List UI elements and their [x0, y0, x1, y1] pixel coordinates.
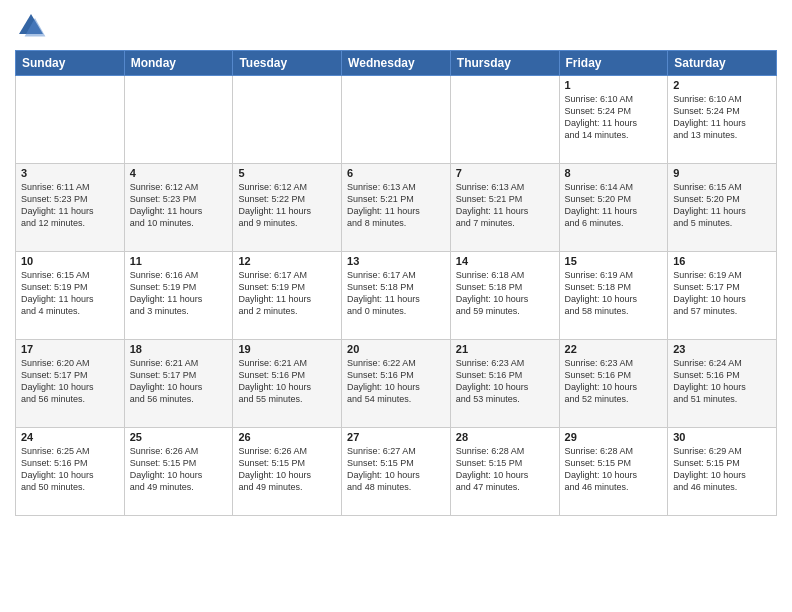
- day-info: Sunrise: 6:28 AM Sunset: 5:15 PM Dayligh…: [456, 445, 554, 494]
- day-info: Sunrise: 6:27 AM Sunset: 5:15 PM Dayligh…: [347, 445, 445, 494]
- day-info: Sunrise: 6:12 AM Sunset: 5:22 PM Dayligh…: [238, 181, 336, 230]
- calendar-cell: [450, 76, 559, 164]
- calendar-week-2: 10Sunrise: 6:15 AM Sunset: 5:19 PM Dayli…: [16, 252, 777, 340]
- day-number: 8: [565, 167, 663, 179]
- day-info: Sunrise: 6:17 AM Sunset: 5:19 PM Dayligh…: [238, 269, 336, 318]
- day-number: 18: [130, 343, 228, 355]
- day-number: 17: [21, 343, 119, 355]
- weekday-header-thursday: Thursday: [450, 51, 559, 76]
- day-number: 6: [347, 167, 445, 179]
- calendar-cell: [233, 76, 342, 164]
- day-number: 19: [238, 343, 336, 355]
- day-number: 9: [673, 167, 771, 179]
- day-number: 1: [565, 79, 663, 91]
- day-info: Sunrise: 6:24 AM Sunset: 5:16 PM Dayligh…: [673, 357, 771, 406]
- calendar-cell: 17Sunrise: 6:20 AM Sunset: 5:17 PM Dayli…: [16, 340, 125, 428]
- day-number: 29: [565, 431, 663, 443]
- day-info: Sunrise: 6:18 AM Sunset: 5:18 PM Dayligh…: [456, 269, 554, 318]
- day-info: Sunrise: 6:23 AM Sunset: 5:16 PM Dayligh…: [565, 357, 663, 406]
- calendar-cell: 7Sunrise: 6:13 AM Sunset: 5:21 PM Daylig…: [450, 164, 559, 252]
- calendar-week-4: 24Sunrise: 6:25 AM Sunset: 5:16 PM Dayli…: [16, 428, 777, 516]
- calendar-cell: 25Sunrise: 6:26 AM Sunset: 5:15 PM Dayli…: [124, 428, 233, 516]
- calendar-cell: 15Sunrise: 6:19 AM Sunset: 5:18 PM Dayli…: [559, 252, 668, 340]
- weekday-header-sunday: Sunday: [16, 51, 125, 76]
- logo: [15, 10, 51, 42]
- calendar-cell: 10Sunrise: 6:15 AM Sunset: 5:19 PM Dayli…: [16, 252, 125, 340]
- calendar-cell: 13Sunrise: 6:17 AM Sunset: 5:18 PM Dayli…: [342, 252, 451, 340]
- day-number: 28: [456, 431, 554, 443]
- calendar-cell: 29Sunrise: 6:28 AM Sunset: 5:15 PM Dayli…: [559, 428, 668, 516]
- calendar-cell: 3Sunrise: 6:11 AM Sunset: 5:23 PM Daylig…: [16, 164, 125, 252]
- calendar-table: SundayMondayTuesdayWednesdayThursdayFrid…: [15, 50, 777, 516]
- calendar-week-3: 17Sunrise: 6:20 AM Sunset: 5:17 PM Dayli…: [16, 340, 777, 428]
- calendar-cell: 11Sunrise: 6:16 AM Sunset: 5:19 PM Dayli…: [124, 252, 233, 340]
- day-number: 5: [238, 167, 336, 179]
- calendar-cell: 19Sunrise: 6:21 AM Sunset: 5:16 PM Dayli…: [233, 340, 342, 428]
- day-info: Sunrise: 6:19 AM Sunset: 5:17 PM Dayligh…: [673, 269, 771, 318]
- day-info: Sunrise: 6:15 AM Sunset: 5:20 PM Dayligh…: [673, 181, 771, 230]
- calendar-cell: 22Sunrise: 6:23 AM Sunset: 5:16 PM Dayli…: [559, 340, 668, 428]
- day-info: Sunrise: 6:10 AM Sunset: 5:24 PM Dayligh…: [673, 93, 771, 142]
- day-number: 11: [130, 255, 228, 267]
- day-number: 2: [673, 79, 771, 91]
- calendar-week-0: 1Sunrise: 6:10 AM Sunset: 5:24 PM Daylig…: [16, 76, 777, 164]
- day-number: 20: [347, 343, 445, 355]
- day-info: Sunrise: 6:10 AM Sunset: 5:24 PM Dayligh…: [565, 93, 663, 142]
- day-number: 13: [347, 255, 445, 267]
- day-number: 15: [565, 255, 663, 267]
- weekday-header-saturday: Saturday: [668, 51, 777, 76]
- day-info: Sunrise: 6:16 AM Sunset: 5:19 PM Dayligh…: [130, 269, 228, 318]
- day-number: 12: [238, 255, 336, 267]
- day-info: Sunrise: 6:20 AM Sunset: 5:17 PM Dayligh…: [21, 357, 119, 406]
- calendar-cell: 27Sunrise: 6:27 AM Sunset: 5:15 PM Dayli…: [342, 428, 451, 516]
- day-info: Sunrise: 6:22 AM Sunset: 5:16 PM Dayligh…: [347, 357, 445, 406]
- day-info: Sunrise: 6:23 AM Sunset: 5:16 PM Dayligh…: [456, 357, 554, 406]
- weekday-header-friday: Friday: [559, 51, 668, 76]
- day-info: Sunrise: 6:19 AM Sunset: 5:18 PM Dayligh…: [565, 269, 663, 318]
- day-number: 14: [456, 255, 554, 267]
- calendar-cell: 8Sunrise: 6:14 AM Sunset: 5:20 PM Daylig…: [559, 164, 668, 252]
- day-info: Sunrise: 6:13 AM Sunset: 5:21 PM Dayligh…: [347, 181, 445, 230]
- weekday-header-wednesday: Wednesday: [342, 51, 451, 76]
- day-info: Sunrise: 6:15 AM Sunset: 5:19 PM Dayligh…: [21, 269, 119, 318]
- day-number: 16: [673, 255, 771, 267]
- calendar-cell: 20Sunrise: 6:22 AM Sunset: 5:16 PM Dayli…: [342, 340, 451, 428]
- day-info: Sunrise: 6:17 AM Sunset: 5:18 PM Dayligh…: [347, 269, 445, 318]
- day-number: 26: [238, 431, 336, 443]
- calendar-cell: 9Sunrise: 6:15 AM Sunset: 5:20 PM Daylig…: [668, 164, 777, 252]
- calendar-cell: 14Sunrise: 6:18 AM Sunset: 5:18 PM Dayli…: [450, 252, 559, 340]
- day-number: 3: [21, 167, 119, 179]
- day-number: 30: [673, 431, 771, 443]
- day-number: 10: [21, 255, 119, 267]
- calendar-cell: 4Sunrise: 6:12 AM Sunset: 5:23 PM Daylig…: [124, 164, 233, 252]
- day-number: 21: [456, 343, 554, 355]
- day-info: Sunrise: 6:21 AM Sunset: 5:17 PM Dayligh…: [130, 357, 228, 406]
- day-info: Sunrise: 6:26 AM Sunset: 5:15 PM Dayligh…: [238, 445, 336, 494]
- calendar-cell: 30Sunrise: 6:29 AM Sunset: 5:15 PM Dayli…: [668, 428, 777, 516]
- calendar-cell: 12Sunrise: 6:17 AM Sunset: 5:19 PM Dayli…: [233, 252, 342, 340]
- calendar-cell: 24Sunrise: 6:25 AM Sunset: 5:16 PM Dayli…: [16, 428, 125, 516]
- calendar-cell: 21Sunrise: 6:23 AM Sunset: 5:16 PM Dayli…: [450, 340, 559, 428]
- calendar-cell: 1Sunrise: 6:10 AM Sunset: 5:24 PM Daylig…: [559, 76, 668, 164]
- calendar-cell: 23Sunrise: 6:24 AM Sunset: 5:16 PM Dayli…: [668, 340, 777, 428]
- calendar-cell: [16, 76, 125, 164]
- day-info: Sunrise: 6:21 AM Sunset: 5:16 PM Dayligh…: [238, 357, 336, 406]
- weekday-header-monday: Monday: [124, 51, 233, 76]
- calendar-cell: 5Sunrise: 6:12 AM Sunset: 5:22 PM Daylig…: [233, 164, 342, 252]
- logo-icon: [15, 10, 47, 42]
- calendar-cell: 6Sunrise: 6:13 AM Sunset: 5:21 PM Daylig…: [342, 164, 451, 252]
- day-number: 22: [565, 343, 663, 355]
- day-number: 25: [130, 431, 228, 443]
- calendar-cell: 2Sunrise: 6:10 AM Sunset: 5:24 PM Daylig…: [668, 76, 777, 164]
- calendar-cell: [124, 76, 233, 164]
- day-number: 4: [130, 167, 228, 179]
- weekday-header-row: SundayMondayTuesdayWednesdayThursdayFrid…: [16, 51, 777, 76]
- day-number: 24: [21, 431, 119, 443]
- calendar-cell: 18Sunrise: 6:21 AM Sunset: 5:17 PM Dayli…: [124, 340, 233, 428]
- day-number: 7: [456, 167, 554, 179]
- calendar-cell: 26Sunrise: 6:26 AM Sunset: 5:15 PM Dayli…: [233, 428, 342, 516]
- day-info: Sunrise: 6:28 AM Sunset: 5:15 PM Dayligh…: [565, 445, 663, 494]
- calendar-cell: [342, 76, 451, 164]
- day-info: Sunrise: 6:13 AM Sunset: 5:21 PM Dayligh…: [456, 181, 554, 230]
- weekday-header-tuesday: Tuesday: [233, 51, 342, 76]
